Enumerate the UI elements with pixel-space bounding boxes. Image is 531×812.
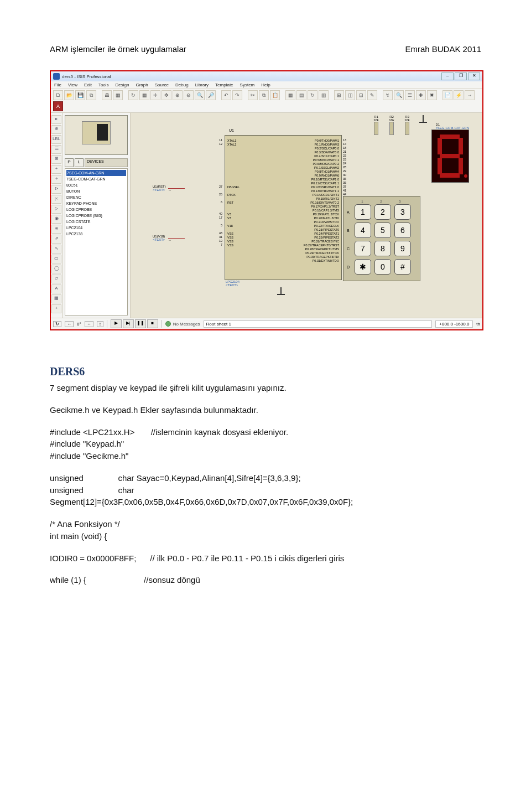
selection-mode-icon[interactable]: ▸ <box>51 115 61 124</box>
bom-icon[interactable]: 📄 <box>442 90 452 100</box>
pick-button[interactable]: P <box>65 158 74 167</box>
schematic-canvas[interactable]: U1 XTAL1 XTAL2 DBGSEL RTCK RST V3 V3 V18… <box>131 113 482 318</box>
probe-rst[interactable]: U1(RST) <TEXT> → <box>153 185 185 192</box>
remove-sheet-icon[interactable]: ✖ <box>427 90 437 100</box>
area-icon[interactable]: ▦ <box>113 90 123 100</box>
text-script-icon[interactable]: ☰ <box>51 145 61 154</box>
instrument-icon[interactable]: ∿ <box>51 245 61 254</box>
resistor-r1[interactable]: R1 10k <box>369 115 383 135</box>
menu-template[interactable]: Template <box>215 82 233 87</box>
stop-button[interactable]: ■ <box>147 319 158 328</box>
resistor-r3[interactable]: R3 10k <box>400 115 414 135</box>
menu-file[interactable]: File <box>54 82 61 87</box>
zoom-all-icon[interactable]: 🔍 <box>195 90 205 100</box>
library-button[interactable]: L <box>75 158 84 167</box>
probe-i-icon[interactable]: ⇗ <box>51 235 61 244</box>
overview-window[interactable] <box>65 115 128 155</box>
graph-mode-icon[interactable]: |< <box>51 195 61 204</box>
sub-mode-icon[interactable]: + <box>51 165 61 174</box>
device-item[interactable]: LOGICPROBE (BIG) <box>66 213 126 219</box>
close-button[interactable]: ✕ <box>468 73 480 80</box>
u1-chip[interactable]: XTAL1 XTAL2 DBGSEL RTCK RST V3 V3 V18 VS… <box>225 135 342 280</box>
keypad-key-0[interactable]: 0 <box>374 259 391 275</box>
generator-icon[interactable]: ◉ <box>51 215 61 224</box>
device-item[interactable]: LPC2138 <box>66 231 126 237</box>
ares-icon[interactable]: A <box>53 101 63 111</box>
sheet-name[interactable]: Root sheet 1 <box>204 320 433 328</box>
erc-icon[interactable]: ⚡ <box>454 90 464 100</box>
keypad-key-6[interactable]: 6 <box>394 223 411 238</box>
save-icon[interactable]: 💾 <box>75 90 85 100</box>
menu-help[interactable]: Help <box>261 82 270 87</box>
zoom-area-icon[interactable]: 🔎 <box>206 90 216 100</box>
symbol-icon[interactable]: + <box>51 304 61 313</box>
keypad-key-star[interactable]: ✱ <box>355 259 371 275</box>
refresh-icon[interactable]: ↻ <box>128 90 138 100</box>
play-button[interactable]: ▶ <box>111 319 122 328</box>
probe-v-icon[interactable]: ≋ <box>51 225 61 234</box>
menu-edit[interactable]: Edit <box>84 82 92 87</box>
open-icon[interactable]: 📂 <box>64 90 74 100</box>
device-item[interactable]: LPC2104 <box>66 225 126 231</box>
zoom-in-icon[interactable]: ⊕ <box>173 90 183 100</box>
new-icon[interactable]: 🗋 <box>53 90 63 100</box>
menu-tools[interactable]: Tools <box>98 82 109 87</box>
keypad-key-5[interactable]: 5 <box>374 223 391 238</box>
decompose-icon[interactable]: ✎ <box>367 90 377 100</box>
menu-system[interactable]: System <box>240 82 255 87</box>
zoom-out-icon[interactable]: ⊖ <box>184 90 194 100</box>
device-item[interactable]: LOGICSTATE <box>66 219 126 225</box>
grid-icon[interactable]: ▦ <box>139 90 149 100</box>
menu-source[interactable]: Source <box>155 82 169 87</box>
seven-segment-display[interactable] <box>431 130 469 183</box>
menu-debug[interactable]: Debug <box>175 82 189 87</box>
keypad-key-8[interactable]: 8 <box>374 241 391 256</box>
copy-icon[interactable]: ⧉ <box>259 90 269 100</box>
device-item[interactable]: LOGICPROBE <box>66 206 126 213</box>
device-item[interactable]: 7SEG-COM-CAT-GRN <box>66 176 126 182</box>
arc-icon[interactable]: A <box>51 285 61 293</box>
redo-icon[interactable]: ↷ <box>232 90 242 100</box>
component-mode-icon[interactable]: ⊕ <box>51 125 61 134</box>
keypad-key-9[interactable]: 9 <box>394 241 411 256</box>
device-list[interactable]: 7SEG-COM-AN-GRN 7SEG-COM-CAT-GRN 80C51 B… <box>65 168 128 316</box>
block-delete-icon[interactable]: ▥ <box>319 90 329 100</box>
pick-icon[interactable]: ⊞ <box>334 90 344 100</box>
resistor-r2[interactable]: R2 10k <box>385 115 398 135</box>
keypad[interactable]: 1 2 3 A 1 2 3 B 4 5 6 <box>343 196 420 281</box>
block-rotate-icon[interactable]: ↻ <box>308 90 317 100</box>
device-item[interactable]: KEYPAD-PHONE <box>66 200 126 206</box>
messages-status[interactable]: No Messages <box>165 321 200 327</box>
block-copy-icon[interactable]: ▦ <box>285 90 295 100</box>
terminal-icon[interactable]: ⌖ <box>51 175 61 184</box>
step-button[interactable]: ▶| <box>123 319 134 328</box>
device-item[interactable]: 80C51 <box>66 182 126 188</box>
cut-icon[interactable]: ✂ <box>248 90 258 100</box>
keypad-key-2[interactable]: 2 <box>374 204 391 220</box>
undo-icon[interactable]: ↶ <box>221 90 231 100</box>
make-icon[interactable]: ◫ <box>345 90 355 100</box>
device-item[interactable]: 7SEG-COM-AN-GRN <box>66 170 126 176</box>
line-icon[interactable]: ▭ <box>51 255 61 263</box>
keypad-key-hash[interactable]: # <box>394 259 411 275</box>
tape-icon[interactable]: ▷ <box>51 205 61 214</box>
pin-icon[interactable]: ⊳ <box>51 185 61 194</box>
box-icon[interactable]: ◯ <box>51 265 61 273</box>
netlist-icon[interactable]: → <box>465 90 475 100</box>
minimize-button[interactable]: – <box>441 73 454 80</box>
probe-v18[interactable]: U1(V18) <TEXT> → <box>153 235 185 242</box>
package-icon[interactable]: ⊡ <box>356 90 366 100</box>
pan-icon[interactable]: ✥ <box>162 90 171 100</box>
device-item[interactable]: BUTON <box>66 188 126 194</box>
import-icon[interactable]: ⧉ <box>86 90 96 100</box>
keypad-key-7[interactable]: 7 <box>355 241 371 256</box>
keypad-key-3[interactable]: 3 <box>394 204 411 220</box>
pause-button[interactable]: ❚❚ <box>135 319 146 328</box>
new-sheet-icon[interactable]: ✚ <box>416 90 426 100</box>
maximize-button[interactable]: ❐ <box>455 73 467 80</box>
keypad-key-4[interactable]: 4 <box>355 223 371 238</box>
bus-mode-icon[interactable]: ⊞ <box>51 155 61 164</box>
menu-library[interactable]: Library <box>195 82 209 87</box>
property-icon[interactable]: ☰ <box>405 90 415 100</box>
device-item[interactable]: DIRENC <box>66 194 126 200</box>
